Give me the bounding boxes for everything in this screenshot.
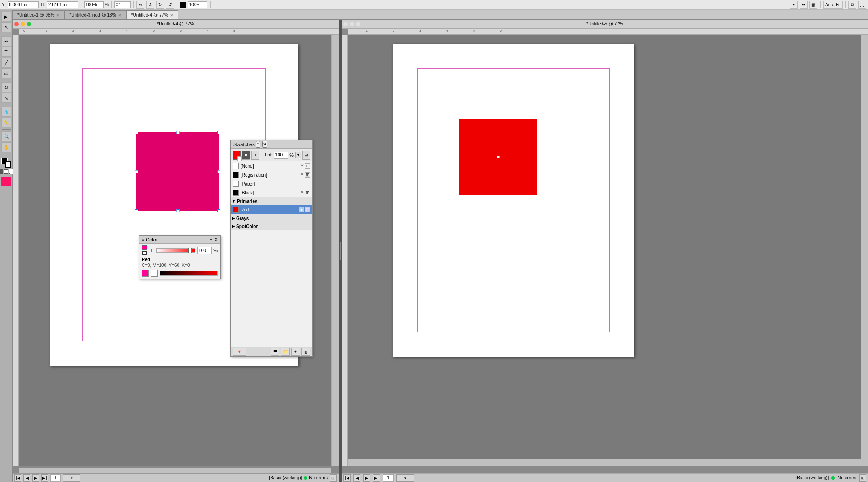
tint-slider-thumb[interactable] (188, 248, 192, 253)
handle-tr[interactable] (217, 131, 220, 134)
right-first-page-btn[interactable]: |◀ (343, 474, 351, 482)
swatch-import-btn[interactable]: 🔻 (233, 348, 246, 356)
selection-tool[interactable]: ▶ (1, 12, 11, 21)
right-scrollbar-h[interactable] (348, 459, 861, 466)
apply-gradient[interactable] (4, 169, 8, 174)
left-red-rect[interactable] (136, 132, 219, 211)
scale-tool[interactable]: ⤡ (1, 93, 11, 103)
page-select-btn[interactable]: ▾ (63, 474, 80, 482)
handle-br[interactable] (217, 209, 220, 212)
swatches-menu-btn[interactable]: ≡ (256, 141, 260, 148)
color-panel-close-btn[interactable]: ✕ (214, 237, 218, 242)
page-number-input[interactable] (50, 474, 61, 482)
swatch-new-group-btn[interactable]: 📁 (281, 348, 290, 356)
swatch-color-mode-btn[interactable]: ■ (242, 151, 250, 160)
angle-input[interactable] (114, 1, 131, 8)
view-btn-3[interactable]: ▦ (809, 1, 817, 9)
tab-untitled1[interactable]: *Untitled-1 @ 98% ✕ (13, 10, 64, 19)
right-canvas[interactable] (348, 35, 861, 466)
handle-tl[interactable] (135, 131, 138, 134)
handle-ml[interactable] (135, 170, 138, 173)
swatch-delete-btn[interactable]: 🗑 (301, 348, 310, 356)
tint-value-input[interactable] (274, 152, 288, 159)
handle-mr[interactable] (217, 170, 220, 173)
swatch-paper[interactable]: [Paper] (231, 179, 312, 188)
tint-options-btn[interactable]: ⊞ (302, 151, 310, 160)
fill-mini[interactable] (142, 245, 147, 250)
rotate-ccw-btn[interactable]: ↺ (166, 1, 174, 9)
measure-tool[interactable]: 📏 (1, 118, 11, 127)
tint-menu-btn[interactable]: ▾ (295, 152, 301, 158)
stroke-mini[interactable] (142, 251, 147, 255)
fill-color-swatch[interactable] (180, 2, 186, 8)
right-prev-page-btn[interactable]: ◀ (353, 474, 360, 482)
swatch-none[interactable]: [None] ✕ □ (231, 161, 312, 170)
left-scrollbar-v[interactable] (331, 35, 339, 466)
tab-untitled3[interactable]: *Untitled-3.indd @ 13% ✕ (64, 10, 126, 19)
right-scrollbar-v[interactable] (861, 35, 868, 466)
zoom-tool[interactable]: 🔍 (1, 131, 11, 141)
apply-color[interactable] (0, 169, 3, 174)
swatch-fill-btn[interactable] (233, 151, 241, 160)
view-btn-1[interactable]: ▪ (790, 1, 798, 9)
color-tint-track[interactable] (156, 248, 195, 253)
swatches-header[interactable]: Swatches ≡ ✕ (231, 140, 312, 149)
fullscreen-btn[interactable]: ⛶ (858, 1, 866, 9)
rotate-tool[interactable]: ↻ (1, 82, 11, 92)
tab-untitled4[interactable]: *Untitled-4 @ 77% ✕ (127, 10, 178, 19)
swatch-registration[interactable]: [Registration] ✕ ⊞ (231, 170, 312, 179)
next-page-btn[interactable]: ▶ (32, 474, 39, 482)
close-tab-3[interactable]: ✕ (170, 13, 174, 17)
direct-selection-tool[interactable]: ↖ (1, 22, 11, 32)
normal-mode-btn[interactable] (1, 177, 11, 186)
close-tab-2[interactable]: ✕ (118, 13, 122, 17)
color-tint-input[interactable] (197, 247, 212, 254)
handle-bl[interactable] (135, 209, 138, 212)
view-btn-2[interactable]: ▪▪ (800, 1, 808, 9)
right-expand-btn[interactable]: ⊞ (859, 474, 866, 482)
minimize-btn[interactable] (21, 22, 25, 26)
group-grays[interactable]: ▶ Grays (231, 214, 312, 222)
maximize-btn[interactable] (27, 22, 31, 26)
flip-v-btn[interactable]: ⇕ (146, 1, 154, 9)
group-spotcolor[interactable]: ▶ SpotColor (231, 222, 312, 230)
line-tool[interactable]: ╱ (1, 58, 11, 68)
group-primaries[interactable]: ▼ Primaries (231, 197, 312, 205)
close-tab-1[interactable]: ✕ (56, 13, 59, 17)
view-zoom-input[interactable] (188, 1, 207, 8)
color-panel-collapse-btn[interactable]: − (210, 237, 212, 242)
handle-tc[interactable] (176, 131, 179, 134)
h-coord-input[interactable] (47, 1, 78, 8)
color-panel-header[interactable]: ≡ Color − ✕ (139, 236, 220, 244)
left-expand-btn[interactable]: ⊞ (330, 474, 337, 482)
swatch-black[interactable]: [Black] ✕ ⊞ (231, 188, 312, 197)
swatch-new-btn[interactable]: + (291, 348, 300, 356)
right-page-input[interactable] (383, 474, 394, 482)
swatches-close-btn[interactable]: ✕ (262, 141, 267, 148)
handle-bc[interactable] (176, 209, 179, 212)
zoom-input[interactable] (84, 1, 104, 8)
auto-fit-btn[interactable]: Auto-Fit (823, 1, 843, 9)
right-page-select-btn[interactable]: ▾ (396, 474, 414, 482)
swatch-red[interactable]: Red ■ □ (231, 205, 312, 214)
swatch-list-view-btn[interactable]: ☰ (271, 348, 279, 356)
right-next-page-btn[interactable]: ▶ (363, 474, 370, 482)
right-maximize-btn[interactable] (356, 22, 360, 26)
right-last-page-btn[interactable]: ▶| (373, 474, 380, 482)
close-btn[interactable] (14, 22, 19, 26)
swatch-t-btn[interactable]: T (251, 151, 259, 160)
first-page-btn[interactable]: |◀ (14, 474, 21, 482)
pen-tool[interactable]: ✒ (1, 36, 11, 46)
prev-page-btn[interactable]: ◀ (23, 474, 30, 482)
rotate-cw-btn[interactable]: ↻ (156, 1, 164, 9)
arrange-btn[interactable]: ⧉ (848, 1, 856, 9)
rect-tool[interactable]: ▭ (1, 68, 11, 78)
y-coord-input[interactable] (8, 1, 39, 8)
right-close-btn[interactable] (343, 22, 348, 26)
right-red-rect[interactable] (459, 119, 537, 195)
right-minimize-btn[interactable] (350, 22, 354, 26)
hand-tool[interactable]: ✋ (1, 142, 11, 152)
eyedropper-tool[interactable]: 💧 (1, 107, 11, 117)
last-page-btn[interactable]: ▶| (41, 474, 48, 482)
type-tool[interactable]: T (1, 47, 11, 57)
